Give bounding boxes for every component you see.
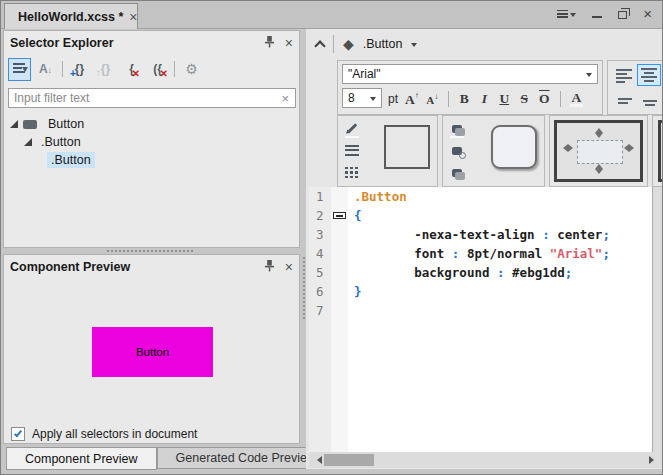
border-style-group — [337, 115, 438, 187]
document-title: HelloWorld.xcss * — [18, 10, 123, 24]
remove-all-selectors-button[interactable]: ({✕ — [146, 58, 169, 81]
font-family-value: "Arial" — [348, 67, 586, 81]
code-area[interactable]: .Button{ -nexa-text-align : center; font… — [348, 187, 652, 452]
dashed-style-icon[interactable] — [343, 164, 361, 181]
line-number: 3 — [309, 225, 331, 244]
tree-item[interactable]: .Button — [4, 151, 299, 169]
vertical-scrollbar-track[interactable] — [652, 187, 662, 452]
selector-explorer-panel: Selector Explorer × A↓ {}+ {}↑ {✕ ({✕ ⚙ … — [3, 30, 300, 248]
overline-button[interactable]: O — [538, 91, 551, 107]
current-selector-name[interactable]: .Button — [363, 37, 403, 51]
font-color-button[interactable]: A — [570, 92, 583, 107]
line-number: 4 — [309, 244, 331, 263]
move-selector-button[interactable]: {}↑ — [94, 58, 117, 81]
settings-gear-icon[interactable]: ⚙ — [180, 58, 203, 81]
scroll-right-icon[interactable] — [649, 456, 658, 464]
code-line[interactable]: .Button — [348, 187, 652, 206]
tab-close-icon[interactable]: × — [129, 10, 137, 24]
line-number-gutter: 1234567 — [309, 187, 331, 452]
code-line[interactable]: background : #ebg1dd; — [348, 263, 652, 282]
increase-font-size-button[interactable]: A↑ — [405, 91, 419, 108]
minimize-icon[interactable] — [592, 16, 602, 18]
align-center-button[interactable] — [637, 64, 661, 86]
selector-explorer-title: Selector Explorer — [10, 36, 254, 50]
expander-icon[interactable] — [10, 120, 18, 128]
sort-alphabetical-button[interactable]: A↓ — [34, 58, 57, 81]
pin-icon[interactable] — [264, 259, 275, 275]
background-color-icon[interactable] — [448, 120, 466, 137]
tree-item-label: Button — [44, 116, 88, 132]
bold-button[interactable]: B — [458, 91, 471, 107]
margin-right-arrows[interactable] — [620, 144, 638, 152]
font-family-combobox[interactable]: "Arial" — [342, 64, 598, 84]
window-close-icon[interactable]: × — [643, 7, 652, 21]
border-preview-button[interactable] — [384, 125, 430, 169]
apply-selectors-row: Apply all selectors in document — [11, 427, 197, 441]
panel-close-icon[interactable]: × — [285, 36, 293, 50]
fold-margin — [331, 187, 348, 452]
add-selector-button[interactable]: {}+ — [68, 58, 91, 81]
valign-top-button[interactable] — [614, 94, 636, 108]
collapse-toolbar-icon[interactable] — [314, 40, 325, 51]
toolbar-separator — [448, 91, 449, 107]
margin-bottom-arrows[interactable] — [595, 160, 603, 178]
restore-icon[interactable] — [618, 11, 627, 19]
chevron-down-icon — [370, 97, 376, 104]
margin-left-arrows[interactable] — [559, 144, 577, 152]
pin-icon[interactable] — [264, 35, 275, 51]
italic-button[interactable]: I — [478, 91, 491, 107]
code-line[interactable]: font : 8pt/normal "Arial"; — [348, 244, 652, 263]
selector-explorer-toolbar: A↓ {}+ {}↑ {✕ ({✕ ⚙ — [4, 55, 299, 83]
app-window: HelloWorld.xcss * × × Selector Explorer … — [0, 0, 663, 475]
unit-label: pt — [388, 92, 398, 106]
scroll-left-icon[interactable] — [313, 456, 322, 464]
background-pick-icon[interactable] — [448, 142, 466, 159]
background-layer-icon[interactable] — [448, 164, 466, 181]
selector-tree: Button.Button.Button — [4, 115, 299, 169]
line-number: 7 — [309, 301, 331, 320]
document-tab[interactable]: HelloWorld.xcss * × — [4, 3, 138, 29]
expander-icon[interactable] — [24, 138, 32, 146]
edit-border-icon[interactable] — [343, 120, 361, 137]
clear-filter-icon[interactable]: × — [275, 91, 295, 106]
tree-item[interactable]: .Button — [4, 133, 299, 151]
valign-center-button[interactable] — [639, 96, 661, 110]
code-line[interactable]: -nexa-text-align : center; — [348, 225, 652, 244]
selector-dropdown-icon[interactable] — [411, 43, 417, 50]
preview-button[interactable]: Button — [92, 327, 213, 377]
font-size-combobox[interactable]: 8 — [342, 88, 382, 108]
code-line[interactable] — [348, 301, 652, 320]
toolbar-separator — [560, 91, 561, 107]
fold-cell — [331, 263, 348, 282]
clipped-group — [652, 115, 662, 187]
filter-input[interactable] — [9, 91, 275, 105]
horizontal-scrollbar[interactable] — [309, 452, 662, 468]
tab-component-preview[interactable]: Component Preview — [6, 447, 157, 470]
fold-cell — [331, 301, 348, 320]
tree-item[interactable]: Button — [4, 115, 299, 133]
align-left-button[interactable] — [612, 65, 636, 87]
decrease-font-size-button[interactable]: A↓ — [426, 92, 439, 106]
code-line[interactable]: { — [348, 206, 652, 225]
fold-cell — [331, 206, 348, 225]
remove-selector-button[interactable]: {✕ — [120, 58, 143, 81]
line-number: 2 — [309, 206, 331, 225]
code-editor[interactable]: 1234567 .Button{ -nexa-text-align : cent… — [309, 187, 662, 452]
cascade-order-view-button[interactable] — [8, 58, 31, 81]
text-align-group — [607, 60, 662, 115]
apply-selectors-checkbox[interactable] — [11, 427, 25, 441]
strikethrough-button[interactable]: S — [518, 91, 531, 107]
margin-top-arrows[interactable] — [595, 124, 603, 142]
scrollbar-thumb[interactable] — [324, 454, 374, 466]
window-menu-icon[interactable] — [557, 9, 576, 20]
background-preview-button[interactable] — [491, 125, 537, 169]
margin-editor[interactable] — [554, 120, 643, 182]
code-line[interactable]: } — [348, 282, 652, 301]
line-number: 1 — [309, 187, 331, 206]
underline-button[interactable]: U — [498, 91, 511, 107]
line-style-icon[interactable] — [343, 142, 361, 159]
panel-close-icon[interactable]: × — [285, 260, 293, 274]
checkmark-icon — [14, 429, 22, 438]
fold-collapse-icon[interactable] — [333, 212, 346, 219]
component-preview-title: Component Preview — [10, 260, 254, 274]
